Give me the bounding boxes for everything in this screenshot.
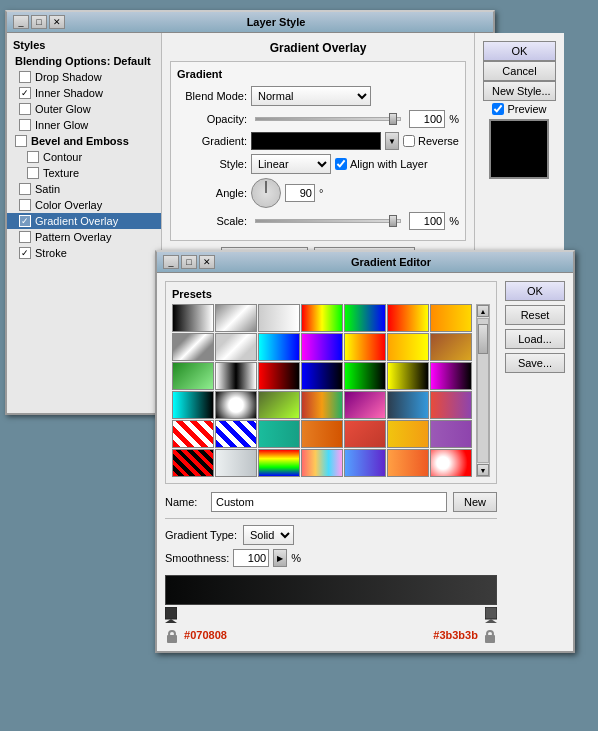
maximize-button[interactable]: □ <box>31 15 47 29</box>
sidebar-item-satin[interactable]: Satin <box>7 181 161 197</box>
preset-26[interactable] <box>344 391 386 419</box>
preset-37[interactable] <box>215 449 257 477</box>
preset-33[interactable] <box>344 420 386 448</box>
sidebar-item-bevel-emboss[interactable]: Bevel and Emboss <box>7 133 161 149</box>
preset-7[interactable] <box>430 304 472 332</box>
outer-glow-checkbox[interactable] <box>19 103 31 115</box>
preset-36[interactable] <box>172 449 214 477</box>
window-controls[interactable]: _ □ ✕ <box>13 15 65 29</box>
preset-1[interactable] <box>172 304 214 332</box>
preset-19[interactable] <box>344 362 386 390</box>
preset-5[interactable] <box>344 304 386 332</box>
preset-30[interactable] <box>215 420 257 448</box>
blend-mode-select[interactable]: Normal <box>251 86 371 106</box>
preset-21[interactable] <box>430 362 472 390</box>
ge-load-button[interactable]: Load... <box>505 329 565 349</box>
preset-35[interactable] <box>430 420 472 448</box>
preset-6[interactable] <box>387 304 429 332</box>
drop-shadow-checkbox[interactable] <box>19 71 31 83</box>
preset-12[interactable] <box>344 333 386 361</box>
preset-39[interactable] <box>301 449 343 477</box>
preset-14[interactable] <box>430 333 472 361</box>
color-overlay-checkbox[interactable] <box>19 199 31 211</box>
preset-29[interactable] <box>172 420 214 448</box>
ge-window-controls[interactable]: _ □ ✕ <box>163 255 215 269</box>
angle-input[interactable]: 90 <box>285 184 315 202</box>
sidebar-item-inner-shadow[interactable]: Inner Shadow <box>7 85 161 101</box>
ge-close-button[interactable]: ✕ <box>199 255 215 269</box>
pattern-overlay-checkbox[interactable] <box>19 231 31 243</box>
stop-marker-right[interactable] <box>485 607 497 623</box>
preset-23[interactable] <box>215 391 257 419</box>
preset-27[interactable] <box>387 391 429 419</box>
preset-8[interactable] <box>172 333 214 361</box>
preset-32[interactable] <box>301 420 343 448</box>
gradient-preview-swatch[interactable] <box>251 132 381 150</box>
preset-42[interactable] <box>430 449 472 477</box>
smoothness-stepper[interactable]: ▶ <box>273 549 287 567</box>
preset-4[interactable] <box>301 304 343 332</box>
bevel-emboss-checkbox[interactable] <box>15 135 27 147</box>
preset-11[interactable] <box>301 333 343 361</box>
ge-reset-button[interactable]: Reset <box>505 305 565 325</box>
preset-9[interactable] <box>215 333 257 361</box>
sidebar-item-blending[interactable]: Blending Options: Default <box>7 53 161 69</box>
sidebar-item-pattern-overlay[interactable]: Pattern Overlay <box>7 229 161 245</box>
preview-checkbox[interactable] <box>492 103 504 115</box>
sidebar-item-outer-glow[interactable]: Outer Glow <box>7 101 161 117</box>
preset-18[interactable] <box>301 362 343 390</box>
sidebar-item-gradient-overlay[interactable]: Gradient Overlay <box>7 213 161 229</box>
style-select[interactable]: Linear <box>251 154 331 174</box>
preset-15[interactable] <box>172 362 214 390</box>
preset-20[interactable] <box>387 362 429 390</box>
preset-38[interactable] <box>258 449 300 477</box>
preset-31[interactable] <box>258 420 300 448</box>
preset-24[interactable] <box>258 391 300 419</box>
preset-10[interactable] <box>258 333 300 361</box>
ge-save-button[interactable]: Save... <box>505 353 565 373</box>
scale-input[interactable]: 100 <box>409 212 445 230</box>
sidebar-item-texture[interactable]: Texture <box>7 165 161 181</box>
smoothness-input[interactable]: 100 <box>233 549 269 567</box>
preset-41[interactable] <box>387 449 429 477</box>
opacity-slider[interactable] <box>255 117 401 121</box>
contour-checkbox[interactable] <box>27 151 39 163</box>
sidebar-item-contour[interactable]: Contour <box>7 149 161 165</box>
preset-22[interactable] <box>172 391 214 419</box>
preset-34[interactable] <box>387 420 429 448</box>
ge-minimize-button[interactable]: _ <box>163 255 179 269</box>
stop-marker-left[interactable] <box>165 607 177 623</box>
inner-shadow-checkbox[interactable] <box>19 87 31 99</box>
opacity-input[interactable]: 100 <box>409 110 445 128</box>
preset-3[interactable] <box>258 304 300 332</box>
gradient-type-select[interactable]: Solid <box>243 525 294 545</box>
scroll-down-arrow[interactable]: ▼ <box>477 464 489 476</box>
preset-2[interactable] <box>215 304 257 332</box>
new-gradient-button[interactable]: New <box>453 492 497 512</box>
gradient-dropdown-btn[interactable]: ▼ <box>385 132 399 150</box>
scale-slider[interactable] <box>255 219 401 223</box>
sidebar-item-inner-glow[interactable]: Inner Glow <box>7 117 161 133</box>
align-checkbox[interactable] <box>335 158 347 170</box>
minimize-button[interactable]: _ <box>13 15 29 29</box>
ge-maximize-button[interactable]: □ <box>181 255 197 269</box>
preset-13[interactable] <box>387 333 429 361</box>
angle-dial[interactable] <box>251 178 281 208</box>
sidebar-item-color-overlay[interactable]: Color Overlay <box>7 197 161 213</box>
scroll-up-arrow[interactable]: ▲ <box>477 305 489 317</box>
close-button[interactable]: ✕ <box>49 15 65 29</box>
preset-16[interactable] <box>215 362 257 390</box>
reverse-checkbox[interactable] <box>403 135 415 147</box>
satin-checkbox[interactable] <box>19 183 31 195</box>
texture-checkbox[interactable] <box>27 167 39 179</box>
scroll-handle[interactable] <box>478 324 488 354</box>
stroke-checkbox[interactable] <box>19 247 31 259</box>
gradient-overlay-checkbox[interactable] <box>19 215 31 227</box>
preset-25[interactable] <box>301 391 343 419</box>
preset-40[interactable] <box>344 449 386 477</box>
preset-28[interactable] <box>430 391 472 419</box>
inner-glow-checkbox[interactable] <box>19 119 31 131</box>
gradient-bar[interactable] <box>165 575 497 605</box>
name-input[interactable]: Custom <box>211 492 447 512</box>
sidebar-item-stroke[interactable]: Stroke <box>7 245 161 261</box>
